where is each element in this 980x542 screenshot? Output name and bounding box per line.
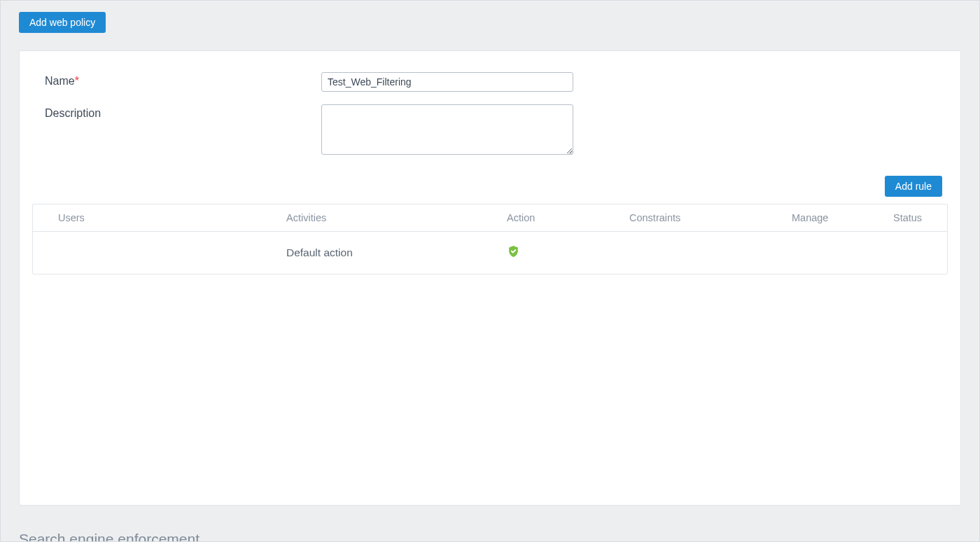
search-engine-enforcement-heading: Search engine enforcement [19, 531, 961, 542]
cell-action [507, 244, 629, 261]
col-header-status: Status [893, 212, 947, 223]
form-row-name: Name* [32, 72, 948, 92]
shield-check-icon [507, 244, 520, 261]
table-row: Default action [33, 232, 947, 274]
col-header-constraints: Constraints [629, 212, 792, 223]
rules-table: Users Activities Action Constraints Mana… [32, 204, 948, 275]
rules-table-header: Users Activities Action Constraints Mana… [33, 204, 947, 232]
description-label: Description [45, 104, 321, 120]
rules-actions: Add rule [32, 176, 948, 197]
add-web-policy-button[interactable]: Add web policy [19, 12, 106, 33]
cell-activities: Default action [286, 246, 507, 259]
required-asterisk-icon: * [75, 75, 79, 87]
description-textarea[interactable] [321, 104, 573, 155]
name-input[interactable] [321, 72, 573, 92]
name-label: Name* [45, 72, 321, 88]
add-rule-button[interactable]: Add rule [885, 176, 942, 197]
col-header-activities: Activities [286, 212, 507, 223]
policy-panel: Name* Description Add rule Users Activit… [19, 50, 961, 506]
col-header-action: Action [507, 212, 629, 223]
col-header-manage: Manage [792, 212, 893, 223]
form-row-description: Description [32, 104, 948, 155]
col-header-users: Users [33, 212, 286, 223]
name-label-text: Name [45, 75, 75, 87]
